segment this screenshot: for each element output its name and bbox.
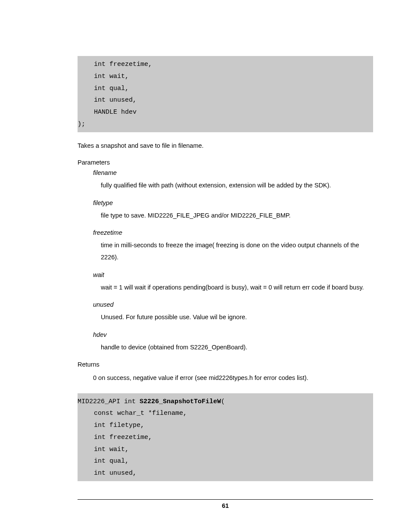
code-signature: MID2226_API int S2226_SnapshotToFileW( (78, 396, 373, 408)
code-line: int filetype, (78, 420, 373, 432)
code-block-top: int freezetime,int wait,int qual,int unu… (78, 56, 373, 132)
returns-desc: 0 on success, negative value if error (s… (93, 374, 373, 381)
code-line: HANDLE hdev (78, 106, 373, 118)
param-freezetime: freezetime time in milli-seconds to free… (93, 229, 373, 263)
param-name: filename (93, 169, 373, 176)
returns-label: Returns (78, 361, 373, 368)
code-line: const wchar_t *filename, (78, 408, 373, 420)
code-line: int wait, (78, 444, 373, 456)
param-filetype: filetype file type to save. MID2226_FILE… (93, 199, 373, 222)
code-line: int qual, (78, 83, 373, 95)
param-desc: time in milli-seconds to freeze the imag… (101, 240, 373, 263)
parameters-label: Parameters (78, 159, 373, 166)
param-name: wait (93, 271, 373, 278)
sig-name: S2226_SnapshotToFileW (140, 398, 221, 405)
page-content: int freezetime,int wait,int qual,int unu… (0, 0, 411, 526)
code-line: int qual, (78, 455, 373, 467)
param-desc: file type to save. MID2226_FILE_JPEG and… (101, 210, 373, 222)
code-line: int unused, (78, 94, 373, 106)
code-line: int wait, (78, 71, 373, 83)
param-hdev: hdev handle to device (obtained from S22… (93, 331, 373, 354)
param-name: freezetime (93, 229, 373, 236)
page-number: 61 (78, 502, 373, 509)
param-name: hdev (93, 331, 373, 338)
intro-paragraph: Takes a snapshot and save to file in fil… (78, 140, 373, 152)
param-desc: handle to device (obtained from S2226_Op… (101, 342, 373, 354)
code-block-bottom: MID2226_API int S2226_SnapshotToFileW(co… (78, 393, 373, 481)
code-line: int freezetime, (78, 432, 373, 444)
param-desc: Unused. For future possible use. Value w… (101, 311, 373, 324)
footer-rule (78, 499, 373, 500)
param-name: filetype (93, 199, 373, 206)
sig-open: ( (221, 398, 225, 405)
param-filename: filename fully qualified file with path … (93, 169, 373, 192)
code-line: ); (78, 118, 373, 131)
param-desc: wait = 1 will wait if operations pending… (101, 282, 373, 294)
param-name: unused (93, 301, 373, 308)
param-unused: unused Unused. For future possible use. … (93, 301, 373, 324)
param-wait: wait wait = 1 will wait if operations pe… (93, 271, 373, 294)
code-line: int unused, (78, 467, 373, 479)
code-line: int freezetime, (78, 59, 373, 71)
param-desc: fully qualified file with path (without … (101, 180, 373, 192)
sig-prefix: MID2226_API int (78, 398, 140, 405)
